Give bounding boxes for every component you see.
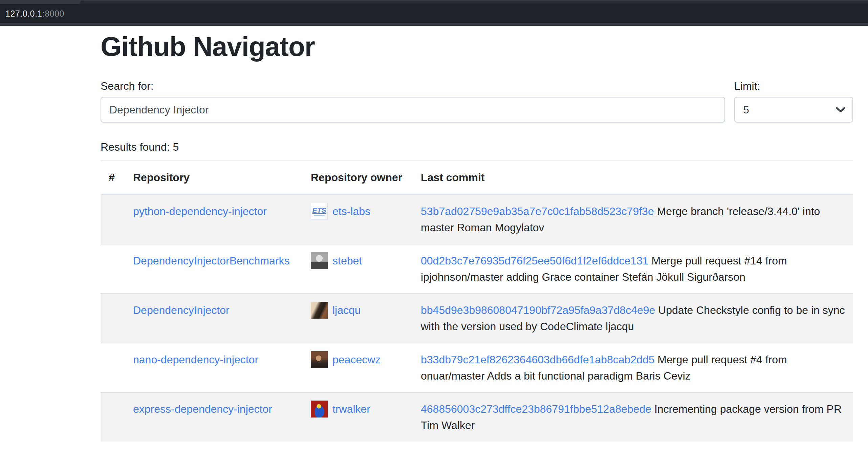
repository-link[interactable]: DependencyInjectorBenchmarks — [133, 255, 289, 267]
search-controls: Search for: Limit: 5 — [101, 78, 853, 123]
page-title: Github Navigator — [101, 30, 853, 63]
commit-hash-link[interactable]: b33db79c21ef8262364603db66dfe1ab8cab2dd5 — [421, 353, 654, 366]
row-index-cell — [101, 194, 125, 244]
avatar — [311, 401, 328, 417]
search-field-group: Search for: — [101, 78, 725, 123]
header-owner: Repository owner — [303, 161, 413, 194]
owner-link[interactable]: stebet — [332, 253, 362, 269]
avatar — [311, 252, 328, 269]
url-host: 127.0.0.1 — [5, 9, 42, 19]
owner-link[interactable]: peacecwz — [332, 351, 381, 368]
table-row: DependencyInjectorBenchmarks stebet 00d2… — [101, 244, 853, 294]
results-summary: Results found: 5 — [101, 139, 853, 155]
row-index-cell — [101, 244, 125, 294]
table-row: DependencyInjector ljacqu bb45d9e3b98608… — [101, 294, 853, 343]
table-row: nano-dependency-injector peacecwz b33db7… — [101, 343, 853, 392]
header-last-commit: Last commit — [413, 161, 853, 194]
avatar: ETS — [311, 203, 328, 220]
search-input[interactable] — [101, 97, 725, 123]
owner-link[interactable]: ljacqu — [332, 302, 361, 318]
table-row: express-dependency-injector trwalker 468… — [101, 392, 853, 442]
ets-logo-subline — [314, 215, 325, 216]
repository-link[interactable]: express-dependency-injector — [133, 403, 272, 415]
search-label: Search for: — [101, 78, 725, 94]
table-row: python-dependency-injector ETS ets-labs … — [101, 194, 853, 244]
browser-active-tab[interactable] — [80, 1, 868, 4]
avatar — [311, 351, 328, 368]
browser-toolbar-strip — [0, 23, 868, 26]
commit-hash-link[interactable]: bb45d9e3b98608047190bf72a95fa9a37d8c4e9e — [421, 304, 655, 316]
header-index: # — [101, 161, 125, 194]
commit-hash-link[interactable]: 468856003c273dffce23b86791fbbe512a8ebede — [421, 403, 651, 415]
avatar — [311, 302, 328, 319]
row-index-cell — [101, 343, 125, 392]
header-repository: Repository — [125, 161, 303, 194]
browser-address-bar[interactable]: 127.0.0.1:8000 — [0, 4, 868, 23]
row-index-cell — [101, 392, 125, 442]
main-container: Github Navigator Search for: Limit: 5 Re… — [101, 30, 853, 442]
browser-tabstrip — [0, 0, 868, 4]
ets-logo-text: ETS — [312, 207, 326, 214]
commit-hash-link[interactable]: 00d2b3c7e76935d76f25ee50f6d1f2ef6ddce131 — [421, 255, 649, 267]
limit-field-group: Limit: 5 — [734, 78, 853, 123]
results-table: # Repository Repository owner Last commi… — [101, 160, 853, 442]
limit-label: Limit: — [734, 78, 853, 94]
commit-hash-link[interactable]: 53b7ad02759e9ab35a7e7c0c1fab58d523c79f3e — [421, 205, 654, 217]
repository-link[interactable]: DependencyInjector — [133, 304, 230, 316]
table-header-row: # Repository Repository owner Last commi… — [101, 161, 853, 194]
row-index-cell — [101, 294, 125, 343]
repository-link[interactable]: nano-dependency-injector — [133, 353, 258, 366]
limit-select[interactable]: 5 — [734, 97, 853, 123]
owner-link[interactable]: ets-labs — [332, 203, 370, 219]
owner-link[interactable]: trwalker — [332, 401, 370, 417]
url-port: :8000 — [42, 9, 64, 19]
repository-link[interactable]: python-dependency-injector — [133, 205, 267, 217]
